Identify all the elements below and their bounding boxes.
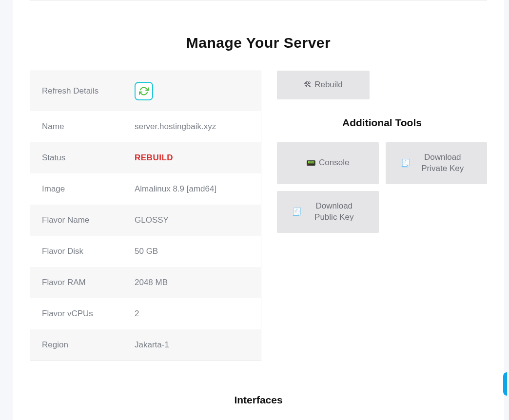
value-name: server.hostingbaik.xyz	[135, 122, 216, 132]
chat-widget[interactable]	[503, 372, 507, 396]
label-name: Name	[42, 122, 135, 132]
refresh-icon	[139, 86, 149, 96]
label-flavor-vcpus: Flavor vCPUs	[42, 309, 135, 319]
row-flavor-name: Flavor Name GLOSSY	[30, 205, 261, 236]
document-icon: 🧾	[292, 208, 302, 216]
top-divider	[30, 0, 487, 0]
value-flavor-disk: 50 GB	[135, 247, 158, 256]
label-flavor-disk: Flavor Disk	[42, 247, 135, 256]
additional-tools-heading: Additional Tools	[277, 117, 487, 129]
download-public-key-button[interactable]: 🧾 Download Public Key	[277, 191, 379, 233]
value-status: REBUILD	[135, 153, 173, 163]
console-icon: 📟	[306, 159, 316, 167]
console-button[interactable]: 📟 Console	[277, 142, 379, 184]
page-title: Manage Your Server	[30, 35, 487, 51]
rebuild-button[interactable]: 🛠 Rebuild	[277, 71, 370, 99]
row-flavor-vcpus: Flavor vCPUs 2	[30, 298, 261, 329]
tools-grid: 📟 Console 🧾 Download Private Key 🧾 Downl…	[277, 142, 487, 233]
label-status: Status	[42, 153, 135, 163]
label-image: Image	[42, 184, 135, 194]
console-button-label: Console	[319, 157, 349, 169]
row-image: Image Almalinux 8.9 [amd64]	[30, 173, 261, 205]
label-flavor-ram: Flavor RAM	[42, 278, 135, 287]
row-flavor-disk: Flavor Disk 50 GB	[30, 236, 261, 267]
download-private-key-label: Download Private Key	[413, 152, 472, 174]
interfaces-heading: Interfaces	[30, 394, 487, 406]
value-flavor-vcpus: 2	[135, 309, 139, 319]
label-flavor-name: Flavor Name	[42, 215, 135, 225]
rebuild-button-label: Rebuild	[314, 79, 343, 91]
row-refresh: Refresh Details	[30, 71, 261, 111]
label-refresh: Refresh Details	[42, 86, 135, 96]
tools-icon: 🛠	[304, 81, 312, 89]
value-region: Jakarta-1	[135, 340, 169, 350]
server-details-table: Refresh Details Name server.hostingbaik.…	[30, 71, 261, 361]
refresh-button[interactable]	[135, 82, 153, 100]
download-private-key-button[interactable]: 🧾 Download Private Key	[386, 142, 488, 184]
row-region: Region Jakarta-1	[30, 329, 261, 361]
row-status: Status REBUILD	[30, 142, 261, 173]
label-region: Region	[42, 340, 135, 350]
download-public-key-label: Download Public Key	[305, 201, 363, 223]
value-flavor-name: GLOSSY	[135, 215, 169, 225]
value-flavor-ram: 2048 MB	[135, 278, 168, 287]
document-icon: 🧾	[401, 159, 411, 167]
value-image: Almalinux 8.9 [amd64]	[135, 184, 216, 194]
row-flavor-ram: Flavor RAM 2048 MB	[30, 267, 261, 298]
row-name: Name server.hostingbaik.xyz	[30, 111, 261, 142]
